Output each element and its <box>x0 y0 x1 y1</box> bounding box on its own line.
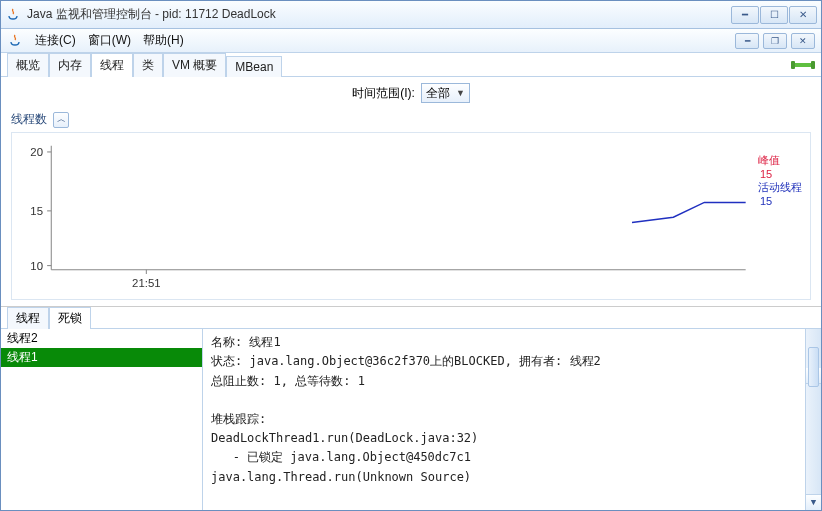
legend-live-label: 活动线程 <box>758 180 808 195</box>
list-item[interactable]: 线程2 <box>1 329 202 348</box>
detail-name-label: 名称: <box>211 335 242 349</box>
svg-text:10: 10 <box>30 260 43 272</box>
scroll-thumb[interactable] <box>808 347 819 387</box>
mdi-restore-button[interactable]: ❐ <box>763 33 787 49</box>
legend-peak-value: 15 <box>760 168 808 180</box>
menu-help[interactable]: 帮助(H) <box>137 30 190 51</box>
java-app-icon <box>7 33 23 49</box>
bottom-panel: 线程 死锁 线程2 线程1 名称: 线程1 状态: java.lang.Obje… <box>1 306 821 510</box>
scroll-down-arrow-icon[interactable]: ▼ <box>806 494 821 510</box>
time-range-row: 时间范围(I): 全部 ▼ <box>1 77 821 109</box>
tab-classes[interactable]: 类 <box>133 53 163 77</box>
detail-trace-label: 堆栈跟踪: <box>211 412 266 426</box>
legend-live-value: 15 <box>760 195 808 207</box>
thread-chart: 20 15 10 21:51 <box>12 133 756 299</box>
mdi-minimize-button[interactable]: ━ <box>735 33 759 49</box>
collapse-toggle[interactable]: ︿ <box>53 112 69 128</box>
time-range-value: 全部 <box>426 85 450 102</box>
bottom-body: 线程2 线程1 名称: 线程1 状态: java.lang.Object@36c… <box>1 329 821 510</box>
vertical-scrollbar[interactable]: ▲ ▼ <box>805 329 821 510</box>
trace-line: DeadLockThread1.run(DeadLock.java:32) <box>211 431 478 445</box>
detail-state-value: java.lang.Object@36c2f370上的BLOCKED, 拥有者:… <box>249 354 600 368</box>
time-range-combo[interactable]: 全部 ▼ <box>421 83 470 103</box>
mdi-controls: ━ ❐ ✕ <box>735 33 815 49</box>
content-area: 时间范围(I): 全部 ▼ 线程数 ︿ 20 15 10 <box>1 77 821 510</box>
svg-rect-1 <box>791 61 795 69</box>
svg-text:15: 15 <box>30 205 43 217</box>
chart-legend: 峰值 15 活动线程 15 <box>756 133 810 299</box>
svg-rect-0 <box>793 63 813 67</box>
tab-vm-summary[interactable]: VM 概要 <box>163 53 226 77</box>
tab-overview[interactable]: 概览 <box>7 53 49 77</box>
tab-threads[interactable]: 线程 <box>91 53 133 77</box>
window-controls: ━ ☐ ✕ <box>731 6 817 24</box>
detail-name-value: 线程1 <box>249 335 280 349</box>
svg-text:21:51: 21:51 <box>132 277 160 289</box>
main-window: Java 监视和管理控制台 - pid: 11712 DeadLock ━ ☐ … <box>0 0 822 511</box>
trace-line: java.lang.Thread.run(Unknown Source) <box>211 470 471 484</box>
minimize-button[interactable]: ━ <box>731 6 759 24</box>
maximize-button[interactable]: ☐ <box>760 6 788 24</box>
detail-waited-value: 1 <box>358 374 365 388</box>
java-icon <box>5 7 21 23</box>
legend-peak-label: 峰值 <box>758 153 808 168</box>
svg-text:20: 20 <box>30 146 43 158</box>
detail-blocked-label: 总阻止数: <box>211 374 266 388</box>
detail-blocked-value: 1, <box>273 374 287 388</box>
chevron-down-icon: ▼ <box>456 88 465 98</box>
menubar: 连接(C) 窗口(W) 帮助(H) ━ ❐ ✕ <box>1 29 821 53</box>
detail-state-label: 状态: <box>211 354 242 368</box>
top-tabbar: 概览 内存 线程 类 VM 概要 MBean <box>1 53 821 77</box>
bottom-tab-deadlock[interactable]: 死锁 <box>49 307 91 329</box>
trace-line: - 已锁定 java.lang.Object@450dc7c1 <box>211 450 471 464</box>
chart-section-title: 线程数 <box>11 111 47 128</box>
mdi-close-button[interactable]: ✕ <box>791 33 815 49</box>
window-title: Java 监视和管理控制台 - pid: 11712 DeadLock <box>27 6 731 23</box>
list-item[interactable]: 线程1 <box>1 348 202 367</box>
thread-detail: 名称: 线程1 状态: java.lang.Object@36c2f370上的B… <box>203 329 821 510</box>
connection-status-icon <box>791 58 815 72</box>
close-button[interactable]: ✕ <box>789 6 817 24</box>
bottom-tabbar: 线程 死锁 <box>1 307 821 329</box>
tab-mbean[interactable]: MBean <box>226 56 282 77</box>
detail-waited-label: 总等待数: <box>295 374 350 388</box>
menu-connect[interactable]: 连接(C) <box>29 30 82 51</box>
menu-window[interactable]: 窗口(W) <box>82 30 137 51</box>
time-range-label: 时间范围(I): <box>352 85 415 102</box>
thread-chart-panel: 20 15 10 21:51 峰值 15 活动线程 15 <box>11 132 811 300</box>
thread-list[interactable]: 线程2 线程1 <box>1 329 203 510</box>
chart-section-header: 线程数 ︿ <box>1 109 821 130</box>
titlebar: Java 监视和管理控制台 - pid: 11712 DeadLock ━ ☐ … <box>1 1 821 29</box>
bottom-tab-threads[interactable]: 线程 <box>7 307 49 329</box>
tab-memory[interactable]: 内存 <box>49 53 91 77</box>
svg-rect-2 <box>811 61 815 69</box>
